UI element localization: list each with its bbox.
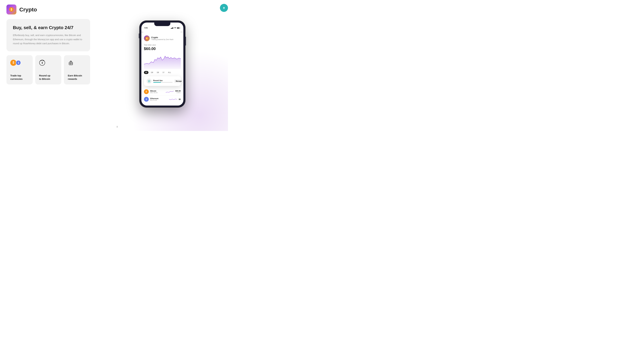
feature-label-roundup: Round upto Bitcoin: [39, 74, 58, 81]
bitcoin-list-item: ₿ Bitcoin $30,730.00 $60.00 0 BTC: [144, 88, 181, 95]
crypto-name: Crypto: [151, 36, 174, 39]
round-ups-icon: [146, 78, 152, 84]
svg-rect-15: [180, 28, 180, 28]
ethereum-price: $1,272.29: [150, 99, 168, 101]
svg-text:₿: ₿: [42, 61, 43, 64]
back-button[interactable]: ←: [141, 30, 144, 33]
round-ups-bar-fill: [153, 82, 161, 83]
phone-side-left: [139, 33, 140, 38]
bitcoin-list-icon: ₿: [144, 89, 149, 94]
ethereum-info: Ethereum $1,272.29: [150, 97, 168, 101]
app-title: Crypto: [19, 6, 37, 13]
bitcoin-icon: ₿: [10, 60, 16, 66]
crypto-section-header: ₿ Crypto Trading powered by Zero Hash: [144, 35, 181, 41]
ethereum-mini-chart: [169, 98, 177, 101]
total-label: Total dollar value: [144, 44, 181, 46]
svg-point-3: [224, 7, 224, 8]
bitcoin-name: Bitcoin: [150, 90, 164, 92]
status-icons: [171, 27, 180, 29]
bitcoin-btc: 0 BTC: [175, 92, 181, 93]
status-time: 9:41: [144, 27, 148, 29]
feature-card-roundup: ₿ Round upto Bitcoin: [35, 55, 62, 84]
round-ups-content: Round Ups: [153, 79, 172, 83]
phone-container: 9:41: [96, 19, 228, 131]
bitcoin-info: Bitcoin $30,730.00: [150, 90, 164, 93]
svg-rect-12: [173, 27, 173, 29]
tab-1y[interactable]: 1Y: [161, 71, 166, 74]
svg-rect-16: [177, 27, 179, 28]
tab-1m[interactable]: 1M: [155, 71, 160, 74]
app-icon: ₿: [6, 4, 16, 14]
header: ₿ Crypto: [0, 0, 234, 19]
left-panel: Buy, sell, & earn Crypto 24/7 Effortless…: [6, 19, 90, 131]
phone-notch: [154, 22, 170, 26]
svg-text:₿: ₿: [146, 37, 147, 39]
ethereum-icon: ⟠: [16, 60, 21, 65]
total-value: $60.00: [144, 46, 181, 51]
feature-card-trade: ₿ ⟠ Trade topcurrencies: [6, 55, 33, 84]
round-ups-progress-bar: [153, 82, 172, 83]
tab-all[interactable]: ALL: [167, 71, 172, 74]
feature-card-earn: Earn Bitcoinrewards: [64, 55, 90, 84]
roundup-icon: ₿: [39, 60, 58, 66]
feature-label-earn: Earn Bitcoinrewards: [68, 74, 86, 81]
crypto-header-text: Crypto Trading powered by Zero Hash: [151, 36, 174, 40]
time-tabs: 1D 1W 1M 1Y ALL: [144, 71, 181, 74]
round-ups-popup: Round Ups Manage: [144, 76, 181, 86]
svg-point-13: [175, 28, 175, 29]
top-right-icon[interactable]: [220, 4, 228, 12]
svg-rect-10: [172, 28, 172, 29]
phone-mockup: 9:41: [140, 20, 185, 107]
tab-1w[interactable]: 1W: [150, 71, 154, 74]
svg-rect-11: [172, 27, 172, 29]
bitcoin-price: $30,730.00: [150, 92, 164, 93]
feature-label-trade: Trade topcurrencies: [10, 74, 29, 81]
crypto-phone-icon: ₿: [144, 35, 150, 41]
bitcoin-mini-chart: [166, 90, 174, 93]
main-content: Buy, sell, & earn Crypto 24/7 Effortless…: [0, 19, 234, 131]
more-button[interactable]: ⋯: [180, 30, 184, 33]
ethereum-name: Ethereum: [150, 97, 168, 99]
ethereum-list-icon: ⟠: [144, 97, 149, 102]
bitcoin-value: $60.00 0 BTC: [175, 90, 181, 93]
status-bar: 9:41: [141, 26, 184, 29]
earn-icon: [68, 60, 86, 66]
phone-side-right: [185, 37, 186, 45]
hero-description: Effortlessly buy, sell, and earn cryptoc…: [13, 33, 84, 45]
phone-nav: ← ⋯: [141, 29, 184, 35]
crypto-subtitle: Trading powered by Zero Hash: [151, 39, 174, 40]
ethereum-value: $0: [179, 98, 181, 100]
hero-card: Buy, sell, & earn Crypto 24/7 Effortless…: [6, 19, 90, 51]
tab-1d[interactable]: 1D: [144, 71, 148, 74]
svg-rect-9: [171, 28, 171, 29]
hero-title: Buy, sell, & earn Crypto 24/7: [13, 25, 84, 30]
ethereum-usd: $0: [179, 98, 181, 100]
chart-area: [144, 53, 181, 69]
svg-text:₿: ₿: [11, 8, 12, 11]
ethereum-list-item: ⟠ Ethereum $1,272.29 $0: [144, 95, 181, 103]
feature-cards: ₿ ⟠ Trade topcurrencies ₿ Round upto Bit…: [6, 55, 90, 84]
phone-screen: 9:41: [141, 22, 184, 105]
trade-icon: ₿ ⟠: [10, 60, 29, 66]
bitcoin-usd: $60.00: [175, 90, 181, 92]
page-number: 8: [116, 125, 118, 128]
manage-button[interactable]: Manage: [174, 79, 184, 83]
phone-content: ₿ Crypto Trading powered by Zero Hash To…: [141, 35, 184, 105]
round-ups-title: Round Ups: [153, 79, 172, 81]
